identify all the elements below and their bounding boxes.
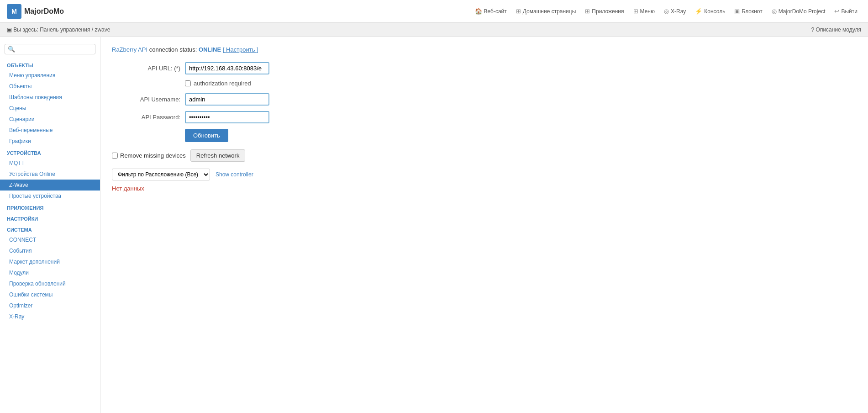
module-description-label: ? Описание модуля <box>811 26 861 33</box>
nav-home-pages[interactable]: ⊞ Домашние страницы <box>512 6 580 16</box>
auth-required-row: authorization required <box>185 80 857 87</box>
sidebar-section-title-apps: ПРИЛОЖЕНИЯ <box>0 201 100 212</box>
password-row: API Password: <box>112 111 857 123</box>
sidebar-section-system: СИСТЕМА CONNECT События Маркет дополнени… <box>0 223 100 322</box>
filter-row: Фильтр по Расположению (Все) Show contro… <box>112 169 857 180</box>
sidebar-section-objects: ОБЪЕКТЫ Меню управления Объекты Шаблоны … <box>0 59 100 147</box>
breadcrumb-home-link[interactable]: Панель управления <box>40 26 90 33</box>
auth-required-label: authorization required <box>194 80 251 87</box>
brand-logo-text: M <box>11 8 17 15</box>
sidebar-item-mqtt[interactable]: MQTT <box>0 158 100 169</box>
logout-icon: ↩ <box>834 8 839 15</box>
remove-missing-text: Remove missing devices <box>120 152 186 159</box>
location-filter-select[interactable]: Фильтр по Расположению (Все) <box>112 169 210 180</box>
breadcrumb: ▣ Вы здесь: Панель управления / zwave <box>7 26 110 33</box>
nav-majordomo-project-label: MajorDoMo Project <box>779 8 826 15</box>
sidebar-item-check-updates[interactable]: Проверка обновлений <box>0 278 100 289</box>
nav-menu-label: Меню <box>640 8 655 15</box>
nav-logout[interactable]: ↩ Выйти <box>831 6 861 16</box>
sidebar-item-web-variables[interactable]: Веб-переменные <box>0 125 100 136</box>
circle-icon-1: ◎ <box>664 8 669 15</box>
nav-home-pages-label: Домашние страницы <box>523 8 576 15</box>
sidebar-item-menu-management[interactable]: Меню управления <box>0 70 100 81</box>
main-content: RaZberry API connection status: ONLINE [… <box>100 37 868 413</box>
nav-console-label: Консоль <box>704 8 725 15</box>
sidebar-item-objects[interactable]: Объекты <box>0 81 100 92</box>
sidebar-item-scenes[interactable]: Сцены <box>0 103 100 114</box>
sidebar-item-modules[interactable]: Модули <box>0 267 100 278</box>
nav-apps[interactable]: ⊞ Приложения <box>581 6 627 16</box>
connection-status: RaZberry API connection status: ONLINE [… <box>112 46 857 53</box>
search-input[interactable] <box>17 46 92 53</box>
configure-link[interactable]: [ Настроить ] <box>223 46 258 53</box>
lightning-icon: ⚡ <box>695 8 702 15</box>
sidebar-item-zwave[interactable]: Z-Wave <box>0 180 100 191</box>
navbar-nav: 🏠 Веб-сайт ⊞ Домашние страницы ⊞ Приложе… <box>471 6 861 16</box>
sidebar-item-scenarios[interactable]: Сценарии <box>0 114 100 125</box>
grid-icon-3: ⊞ <box>633 8 638 15</box>
api-url-label: API URL: (*) <box>112 65 185 72</box>
sidebar-search-box[interactable]: 🔍 <box>5 44 95 54</box>
breadcrumb-bar: ▣ Вы здесь: Панель управления / zwave ? … <box>0 23 868 37</box>
connection-text: connection status: <box>149 46 199 53</box>
auth-required-checkbox[interactable] <box>185 80 191 86</box>
nav-menu[interactable]: ⊞ Меню <box>630 6 658 16</box>
sidebar-item-simple-devices[interactable]: Простые устройства <box>0 191 100 201</box>
nav-console[interactable]: ⚡ Консоль <box>691 6 729 16</box>
breadcrumb-item-1: zwave <box>95 26 110 33</box>
refresh-network-button[interactable]: Refresh network <box>190 149 246 162</box>
sidebar-section-title-system: СИСТЕМА <box>0 223 100 234</box>
sidebar-item-behavior-templates[interactable]: Шаблоны поведения <box>0 92 100 103</box>
navbar: M MajorDoMo 🏠 Веб-сайт ⊞ Домашние страни… <box>0 0 868 23</box>
no-data-message: Нет данных <box>112 185 857 192</box>
api-url-input[interactable] <box>185 62 269 74</box>
remove-missing-checkbox[interactable] <box>112 153 118 159</box>
breadcrumb-icon: ▣ <box>7 26 12 33</box>
nav-xray[interactable]: ◎ X-Ray <box>660 6 689 16</box>
sidebar-item-xray[interactable]: X-Ray <box>0 311 100 322</box>
api-url-row: API URL: (*) <box>112 62 857 74</box>
sidebar-item-events[interactable]: События <box>0 245 100 256</box>
brand-name: MajorDoMo <box>24 7 64 16</box>
nav-website-label: Веб-сайт <box>484 8 507 15</box>
password-label: API Password: <box>112 114 185 121</box>
main-layout: 🔍 ОБЪЕКТЫ Меню управления Объекты Шаблон… <box>0 37 868 413</box>
nav-logout-label: Выйти <box>841 8 857 15</box>
sidebar-section-devices: УСТРОЙСТВА MQTT Устройства Online Z-Wave… <box>0 147 100 201</box>
breadcrumb-item-0: Панель управления <box>40 26 90 33</box>
show-controller-link[interactable]: Show controller <box>216 171 253 178</box>
grid-icon-2: ⊞ <box>585 8 590 15</box>
sidebar-section-title-devices: УСТРОЙСТВА <box>0 147 100 158</box>
sidebar-item-optimizer[interactable]: Optimizer <box>0 300 100 311</box>
connection-online-status: ONLINE <box>199 46 221 53</box>
sidebar: 🔍 ОБЪЕКТЫ Меню управления Объекты Шаблон… <box>0 37 100 413</box>
password-input[interactable] <box>185 111 269 123</box>
sidebar-item-devices-online[interactable]: Устройства Online <box>0 169 100 180</box>
notepad-icon: ▣ <box>734 8 740 15</box>
brand-logo[interactable]: M MajorDoMo <box>7 4 64 19</box>
nav-website[interactable]: 🏠 Веб-сайт <box>471 6 510 16</box>
sidebar-item-addons-market[interactable]: Маркет дополнений <box>0 256 100 267</box>
sidebar-item-connect[interactable]: CONNECT <box>0 234 100 245</box>
update-button-container: Обновить <box>112 129 857 149</box>
sidebar-section-title-objects: ОБЪЕКТЫ <box>0 59 100 70</box>
username-label: API Username: <box>112 96 185 103</box>
username-row: API Username: <box>112 93 857 106</box>
search-icon: 🔍 <box>8 46 15 53</box>
sidebar-section-settings: НАСТРОЙКИ <box>0 212 100 223</box>
circle-icon-2: ◎ <box>772 8 777 15</box>
nav-notepad[interactable]: ▣ Блокнот <box>731 6 766 16</box>
sidebar-search-container: 🔍 <box>0 42 100 59</box>
sidebar-section-title-settings: НАСТРОЙКИ <box>0 212 100 223</box>
module-description-link[interactable]: ? Описание модуля <box>811 26 861 33</box>
home-icon: 🏠 <box>475 8 482 15</box>
sidebar-item-charts[interactable]: Графики <box>0 136 100 147</box>
nav-apps-label: Приложения <box>592 8 624 15</box>
sidebar-section-apps: ПРИЛОЖЕНИЯ <box>0 201 100 212</box>
nav-majordomo-project[interactable]: ◎ MajorDoMo Project <box>768 6 829 16</box>
username-input[interactable] <box>185 93 269 106</box>
grid-icon-1: ⊞ <box>516 8 521 15</box>
sidebar-item-system-errors[interactable]: Ошибки системы <box>0 289 100 300</box>
nav-notepad-label: Блокнот <box>742 8 762 15</box>
update-button[interactable]: Обновить <box>185 129 228 142</box>
